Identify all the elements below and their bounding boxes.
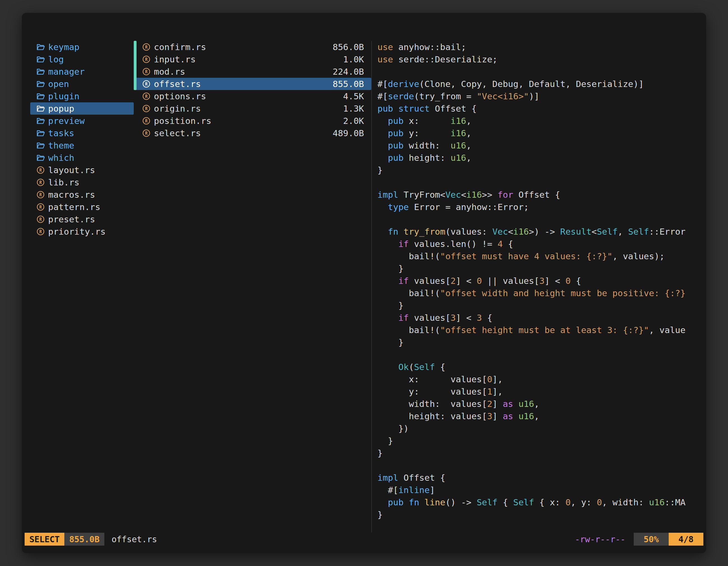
sidebar-item-label: open <box>48 79 69 89</box>
sidebar-item-pattern-rs[interactable]: Rpattern.rs <box>30 201 134 213</box>
code-line: }) <box>377 422 706 434</box>
code-line: y: values[1], <box>377 385 706 398</box>
file-row-input-rs[interactable]: Rinput.rs1.0K <box>134 53 371 65</box>
file-size: 1.0K <box>343 54 364 64</box>
rust-file-icon: R <box>142 67 151 76</box>
code-line: pub width: u16, <box>377 139 706 152</box>
file-size-badge: 855.0B <box>64 533 104 546</box>
sidebar-item-open[interactable]: open <box>30 78 134 90</box>
rust-file-icon: R <box>142 129 151 137</box>
code-line: } <box>377 508 706 521</box>
svg-text:R: R <box>145 82 148 87</box>
sidebar-item-log[interactable]: log <box>30 53 134 65</box>
code-line: fn try_from(values: Vec<i16>) -> Result<… <box>377 226 706 238</box>
sidebar-item-label: preview <box>48 116 85 126</box>
rust-file-icon: R <box>142 117 151 125</box>
code-line: if values[2] < 0 || values[3] < 0 { <box>377 275 706 287</box>
code-line: } <box>377 164 706 176</box>
folder-icon <box>36 55 45 64</box>
sidebar-item-label: log <box>48 54 64 64</box>
svg-text:R: R <box>145 94 148 99</box>
code-line: if values.len() != 4 { <box>377 238 706 250</box>
rust-file-icon: R <box>142 43 151 51</box>
svg-text:R: R <box>145 131 148 136</box>
sidebar-item-keymap[interactable]: keymap <box>30 41 134 53</box>
sidebar-item-preview[interactable]: preview <box>30 115 134 127</box>
sidebar-item-label: tasks <box>48 128 74 138</box>
folder-icon <box>36 117 45 125</box>
sidebar-item-plugin[interactable]: plugin <box>30 90 134 102</box>
rust-file-icon: R <box>36 227 45 236</box>
svg-text:R: R <box>39 205 42 210</box>
scroll-percent-badge: 50% <box>634 533 668 546</box>
sidebar-item-preset-rs[interactable]: Rpreset.rs <box>30 213 134 226</box>
folder-icon <box>36 129 45 137</box>
code-line: pub y: i16, <box>377 127 706 139</box>
current-directory-pane: Rconfirm.rs856.0BRinput.rs1.0KRmod.rs224… <box>134 41 371 532</box>
code-line: } <box>377 262 706 275</box>
sidebar-item-which[interactable]: which <box>30 152 134 164</box>
file-row-options-rs[interactable]: Roptions.rs4.5K <box>134 90 371 102</box>
list-scrollbar <box>134 41 137 90</box>
code-line: height: values[3] as u16, <box>377 410 706 422</box>
file-list: Rconfirm.rs856.0BRinput.rs1.0KRmod.rs224… <box>134 41 371 139</box>
sidebar-item-label: priority.rs <box>48 227 105 237</box>
status-right-group: -rw-r--r-- 50% 4/8 <box>575 533 703 546</box>
code-line: #[derive(Clone, Copy, Debug, Default, De… <box>377 78 706 90</box>
sidebar-item-priority-rs[interactable]: Rpriority.rs <box>30 226 134 238</box>
rust-file-icon: R <box>142 55 151 64</box>
svg-text:R: R <box>39 180 42 185</box>
file-size: 855.0B <box>333 79 364 89</box>
sidebar-item-label: lib.rs <box>48 177 79 187</box>
code-line: #[serde(try_from = "Vec<i16>")] <box>377 90 706 102</box>
code-line <box>377 213 706 226</box>
sidebar-item-lib-rs[interactable]: Rlib.rs <box>30 176 134 189</box>
file-size: 856.0B <box>333 42 364 52</box>
code-line: } <box>377 336 706 348</box>
file-size: 4.5K <box>343 91 364 101</box>
sidebar-item-popup[interactable]: popup <box>30 102 134 115</box>
mode-badge: SELECT <box>25 533 64 546</box>
sidebar-item-label: macros.rs <box>48 190 95 200</box>
file-row-select-rs[interactable]: Rselect.rs489.0B <box>134 127 371 139</box>
file-row-confirm-rs[interactable]: Rconfirm.rs856.0B <box>134 41 371 53</box>
file-name: input.rs <box>154 54 196 64</box>
code-line: pub x: i16, <box>377 115 706 127</box>
sidebar-item-manager[interactable]: manager <box>30 65 134 78</box>
code-line: use anyhow::bail; <box>377 41 706 53</box>
code-line: x: values[0], <box>377 373 706 385</box>
file-name: select.rs <box>154 128 201 138</box>
status-bar: SELECT 855.0B offset.rs -rw-r--r-- 50% 4… <box>25 532 703 546</box>
svg-text:R: R <box>39 193 42 198</box>
code-line <box>377 459 706 471</box>
svg-text:R: R <box>145 119 148 124</box>
code-line: #[inline] <box>377 484 706 496</box>
svg-text:R: R <box>145 57 148 62</box>
folder-icon <box>36 104 45 113</box>
code-line: impl Offset { <box>377 471 706 484</box>
code-line: impl TryFrom<Vec<i16>> for Offset { <box>377 189 706 201</box>
sidebar-item-label: theme <box>48 140 74 151</box>
code-line: pub height: u16, <box>377 152 706 164</box>
code-line: } <box>377 447 706 459</box>
sidebar-item-label: preset.rs <box>48 214 95 224</box>
file-name: options.rs <box>154 91 206 101</box>
code-line: bail!("offset must have 4 values: {:?}",… <box>377 250 706 262</box>
svg-text:R: R <box>39 217 42 222</box>
code-line: use serde::Deserialize; <box>377 53 706 65</box>
sidebar-item-tasks[interactable]: tasks <box>30 127 134 139</box>
sidebar-item-theme[interactable]: theme <box>30 139 134 152</box>
sidebar-item-label: plugin <box>48 91 79 101</box>
rust-file-icon: R <box>36 215 45 224</box>
sidebar-item-macros-rs[interactable]: Rmacros.rs <box>30 189 134 201</box>
sidebar-item-layout-rs[interactable]: Rlayout.rs <box>30 164 134 176</box>
parent-directory-pane: keymaplogmanageropenpluginpopuppreviewta… <box>30 41 134 532</box>
file-row-offset-rs[interactable]: Roffset.rs855.0B <box>134 78 371 90</box>
file-row-mod-rs[interactable]: Rmod.rs224.0B <box>134 65 371 78</box>
file-row-origin-rs[interactable]: Rorigin.rs1.3K <box>134 102 371 115</box>
code-line: bail!("offset width and height must be p… <box>377 287 706 299</box>
file-row-position-rs[interactable]: Rposition.rs2.0K <box>134 115 371 127</box>
file-name: position.rs <box>154 116 211 126</box>
file-name: offset.rs <box>154 79 201 89</box>
svg-text:R: R <box>39 229 42 234</box>
